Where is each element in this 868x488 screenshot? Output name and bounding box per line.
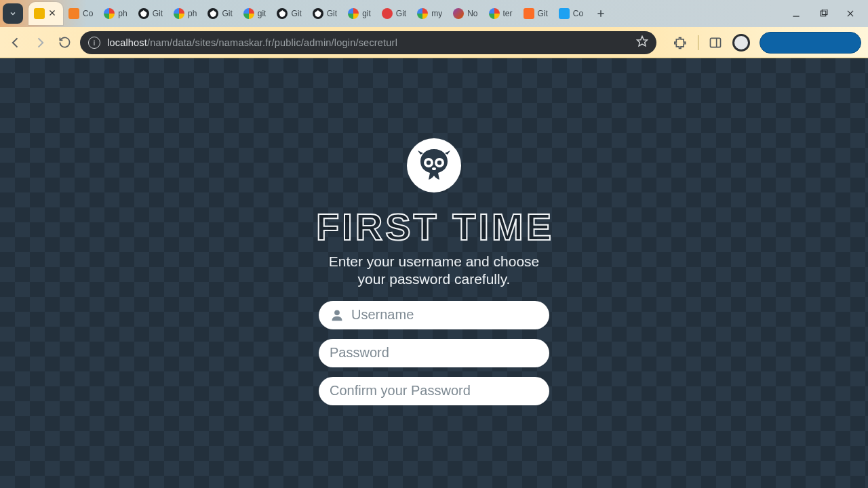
- tab-favicon: [243, 8, 254, 19]
- browser-tab[interactable]: Git: [202, 2, 237, 25]
- browser-tab[interactable]: Git: [307, 2, 342, 25]
- window-minimize-button[interactable]: [791, 8, 802, 19]
- bookmark-star-icon[interactable]: [636, 35, 648, 50]
- browser-tab[interactable]: git: [342, 2, 376, 25]
- url-path: /nam/data/sites/namaskar.fr/public/admin…: [147, 37, 397, 48]
- password-field[interactable]: [319, 339, 549, 367]
- confirm-password-input[interactable]: [330, 383, 538, 399]
- tab-favicon: [174, 8, 184, 19]
- tab-label: Co: [83, 9, 93, 18]
- extensions-button[interactable]: [673, 35, 688, 50]
- side-panel-button[interactable]: [708, 35, 723, 50]
- browser-tab[interactable]: Git: [271, 2, 307, 25]
- browser-tab[interactable]: git: [238, 2, 272, 25]
- tab-label: my: [431, 9, 442, 18]
- tab-label: Git: [396, 9, 406, 18]
- nav-forward-button[interactable]: [31, 34, 49, 52]
- app-logo: [407, 138, 461, 192]
- tab-label: No: [467, 9, 477, 18]
- username-input[interactable]: [351, 307, 538, 323]
- tab-favicon: [382, 8, 393, 19]
- page-title: FIRST TIME: [316, 205, 547, 249]
- browser-tab[interactable]: Git: [376, 2, 412, 25]
- window-close-button[interactable]: [845, 8, 856, 19]
- site-info-icon[interactable]: i: [88, 37, 100, 49]
- tab-favicon: [138, 8, 149, 19]
- confirm-password-field[interactable]: [319, 377, 549, 405]
- svg-point-16: [432, 167, 436, 170]
- svg-rect-6: [822, 9, 827, 15]
- tab-favicon: [489, 8, 500, 19]
- browser-tab[interactable]: ph: [98, 2, 132, 25]
- browser-addressbar: i localhost/nam/data/sites/namaskar.fr/p…: [0, 27, 868, 58]
- username-field[interactable]: [319, 301, 549, 329]
- tab-label: Git: [291, 9, 301, 18]
- tab-favicon: [313, 8, 323, 19]
- svg-point-14: [427, 161, 431, 165]
- tab-label: Git: [222, 9, 232, 18]
- url-display: localhost/nam/data/sites/namaskar.fr/pub…: [107, 37, 397, 48]
- password-input[interactable]: [330, 345, 538, 361]
- restore-pill-button[interactable]: [760, 32, 861, 54]
- tab-label: Git: [538, 9, 548, 18]
- profile-avatar-button[interactable]: [732, 34, 750, 52]
- user-icon: [330, 308, 344, 323]
- browser-tab[interactable]: Co: [553, 2, 589, 25]
- svg-marker-9: [637, 36, 648, 45]
- tab-favicon: [348, 8, 359, 19]
- tab-search-button[interactable]: [3, 3, 23, 24]
- tab-label: ph: [188, 9, 197, 18]
- tab-label: Git: [153, 9, 163, 18]
- svg-point-15: [437, 161, 441, 165]
- browser-tab[interactable]: ph: [168, 2, 202, 25]
- page-subtitle: Enter your username and choose your pass…: [319, 253, 549, 289]
- tab-favicon: [453, 8, 464, 19]
- tab-label: Git: [327, 9, 337, 18]
- url-host: localhost: [107, 37, 147, 48]
- tab-favicon: [68, 8, 79, 19]
- browser-tab[interactable]: Git: [518, 2, 553, 25]
- tab-favicon: [417, 8, 428, 19]
- toolbar-separator: [698, 35, 698, 50]
- new-tab-button[interactable]: [591, 4, 610, 23]
- browser-tabbar: CophGitphGitgitGitGitgitGitmyNoterGitCo: [0, 0, 868, 27]
- tab-favicon: [277, 8, 288, 19]
- tab-favicon: [559, 8, 570, 19]
- tab-label: ph: [118, 9, 127, 18]
- nav-back-button[interactable]: [7, 34, 24, 52]
- browser-tab[interactable]: Git: [133, 2, 168, 25]
- signup-card: FIRST TIME Enter your username and choos…: [319, 138, 549, 488]
- browser-tab[interactable]: my: [412, 2, 448, 25]
- page-viewport: FIRST TIME Enter your username and choos…: [0, 58, 868, 488]
- browser-tab[interactable]: [28, 2, 63, 25]
- tab-label: Co: [573, 9, 583, 18]
- tab-label: ter: [503, 9, 513, 18]
- tab-favicon: [104, 8, 115, 19]
- browser-tab[interactable]: Co: [63, 2, 98, 25]
- tab-favicon: [524, 8, 534, 19]
- svg-rect-10: [711, 38, 721, 47]
- tab-label: git: [362, 9, 371, 18]
- omnibox[interactable]: i localhost/nam/data/sites/namaskar.fr/p…: [80, 31, 656, 54]
- tab-close-icon[interactable]: [48, 9, 58, 18]
- browser-tab[interactable]: ter: [484, 2, 518, 25]
- nav-reload-button[interactable]: [56, 34, 73, 52]
- svg-point-17: [334, 310, 340, 315]
- tab-favicon: [208, 8, 218, 19]
- tab-label: git: [258, 9, 267, 18]
- svg-rect-5: [821, 11, 826, 16]
- browser-tab[interactable]: No: [448, 2, 483, 25]
- tab-favicon: [34, 8, 45, 19]
- window-maximize-button[interactable]: [818, 8, 829, 19]
